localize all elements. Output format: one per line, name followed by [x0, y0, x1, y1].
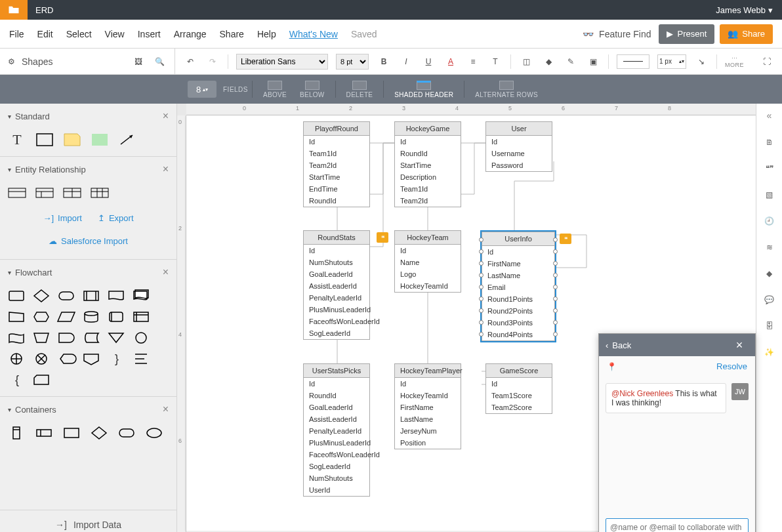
data-icon[interactable]: 🗄 [762, 319, 777, 333]
connection-port[interactable] [553, 261, 558, 266]
gear-icon[interactable]: ⚙ [8, 57, 15, 66]
entity-header[interactable]: User [486, 122, 552, 136]
entity-field[interactable]: Id [304, 136, 369, 148]
entity-header[interactable]: HockeyTeamPlayer [395, 364, 461, 378]
entity-field[interactable]: UserId [304, 484, 369, 496]
layers-icon[interactable]: ≋ [762, 240, 777, 255]
connection-port[interactable] [479, 332, 484, 337]
connection-port[interactable] [479, 237, 484, 242]
entity-field[interactable]: Id [304, 378, 369, 390]
cont-6[interactable] [146, 426, 164, 440]
folder-icon[interactable] [0, 0, 28, 20]
entity-field[interactable]: Id [395, 378, 461, 390]
entity-field[interactable]: GoalLeaderId [304, 268, 369, 280]
entity-field[interactable]: PenaltyLeaderId [304, 425, 369, 437]
rectangle-shape[interactable] [35, 133, 54, 147]
bold-button[interactable]: B [377, 54, 391, 69]
entity-header[interactable]: PlayoffRound [304, 122, 369, 136]
entity-field[interactable]: RoundId [304, 390, 369, 401]
salesforce-import-link[interactable]: ☁ Salesforce Import [49, 236, 128, 246]
close-icon[interactable]: × [163, 110, 169, 122]
entity-field[interactable]: Description [395, 171, 461, 183]
block-shape[interactable] [91, 133, 109, 147]
connection-port[interactable] [479, 297, 484, 301]
entity-field[interactable]: NumShutouts [304, 472, 369, 484]
italic-button[interactable]: I [399, 54, 413, 69]
connection-port[interactable] [553, 249, 558, 254]
entity-hockeyteamplayer[interactable]: HockeyTeamPlayerIdHockeyTeamIdFirstNameL… [394, 363, 461, 449]
entity-field[interactable]: Id [304, 245, 369, 256]
entity-userinfo[interactable]: UserInfoIdFirstNameLastNameEmailRound1Po… [482, 232, 555, 341]
entity-field[interactable]: FirstName [395, 401, 461, 413]
redo-icon[interactable]: ↷ [205, 54, 220, 69]
entity-hockeyteam[interactable]: HockeyTeamIdNameLogoHockeyTeamId [394, 230, 461, 293]
entity-header[interactable]: RoundStats [304, 231, 369, 245]
text-color-button[interactable]: A [443, 54, 458, 69]
entity-field[interactable]: Username [486, 148, 552, 159]
fc-database[interactable] [83, 310, 101, 324]
entity-field[interactable]: Team1Score [486, 390, 552, 401]
entity-field[interactable]: AssistLeaderId [304, 280, 369, 292]
er-shape-2[interactable] [35, 186, 54, 200]
fc-direct[interactable] [108, 310, 126, 324]
comments-icon[interactable]: ❝❞ [762, 161, 777, 176]
fc-offpage[interactable] [83, 352, 101, 366]
connection-port[interactable] [479, 273, 484, 277]
entity-field[interactable]: FaceoffsWonLeaderId [304, 449, 369, 460]
user-menu[interactable]: James Webb▾ [707, 5, 782, 15]
close-icon[interactable]: × [163, 266, 169, 278]
fc-or[interactable] [8, 352, 26, 366]
er-shape-1[interactable] [8, 186, 26, 200]
fc-curly-open[interactable]: { [8, 373, 26, 387]
fc-connector[interactable] [133, 331, 151, 345]
entity-field[interactable]: Id [486, 136, 552, 148]
fc-manualop[interactable] [33, 331, 51, 345]
fc-multidoc[interactable] [133, 289, 151, 303]
comment-marker[interactable]: ❝ [560, 234, 571, 244]
fc-data[interactable] [58, 310, 76, 324]
entity-field[interactable]: Team1Id [395, 183, 461, 195]
back-button[interactable]: ‹Back [606, 340, 631, 350]
fc-prep[interactable] [33, 310, 51, 324]
entity-field[interactable]: PlusMinusLeaderId [304, 304, 369, 316]
search-icon[interactable]: 🔍 [152, 54, 167, 69]
connection-port[interactable] [553, 332, 558, 337]
entity-field[interactable]: Logo [395, 268, 461, 280]
import-data-button[interactable]: →]Import Data [0, 510, 176, 532]
entity-field[interactable]: HockeyTeamId [395, 280, 461, 292]
fc-sum[interactable] [33, 352, 51, 366]
reply-input[interactable] [606, 518, 749, 532]
comment-marker[interactable]: ❝ [377, 232, 388, 243]
arrow-shape[interactable] [118, 133, 136, 147]
entity-field[interactable]: Round2Points [482, 305, 554, 317]
menu-whatsnew[interactable]: What's New [289, 29, 338, 39]
entity-userstatspicks[interactable]: UserStatsPicksIdRoundIdGoalLeaderIdAssis… [303, 363, 370, 497]
entity-header[interactable]: HockeyGame [395, 122, 461, 136]
line-style-select[interactable] [617, 54, 649, 69]
fc-delay[interactable] [58, 331, 76, 345]
entity-field[interactable]: Id [395, 245, 461, 256]
cont-1[interactable] [8, 426, 26, 440]
connection-port[interactable] [479, 261, 484, 266]
fc-predef[interactable] [83, 289, 101, 303]
menu-insert[interactable]: Insert [138, 29, 161, 39]
connection-port[interactable] [479, 320, 484, 325]
connection-port[interactable] [553, 237, 558, 242]
crop-icon[interactable]: ◫ [519, 54, 533, 69]
present-icon[interactable]: ▧ [762, 188, 777, 202]
entity-field[interactable]: RoundId [395, 148, 461, 159]
entity-header[interactable]: GameScore [486, 364, 552, 378]
fc-card[interactable] [33, 373, 51, 387]
connection-port[interactable] [553, 285, 558, 289]
entity-user[interactable]: UserIdUsernamePassword [485, 121, 552, 172]
entity-field[interactable]: Round3Points [482, 317, 554, 329]
entity-field[interactable]: JerseyNum [395, 425, 461, 437]
fc-terminator[interactable] [58, 289, 76, 303]
entity-field[interactable]: HockeyTeamId [395, 390, 461, 401]
entity-field[interactable]: Team2Id [395, 195, 461, 207]
entity-field[interactable]: AssistLeaderId [304, 413, 369, 425]
fc-docshape[interactable] [108, 289, 126, 303]
document-title[interactable]: ERD [28, 5, 61, 15]
fc-merge[interactable] [108, 331, 126, 345]
entity-playoffround[interactable]: PlayoffRoundIdTeam1IdTeam2IdStartTimeEnd… [303, 121, 370, 207]
